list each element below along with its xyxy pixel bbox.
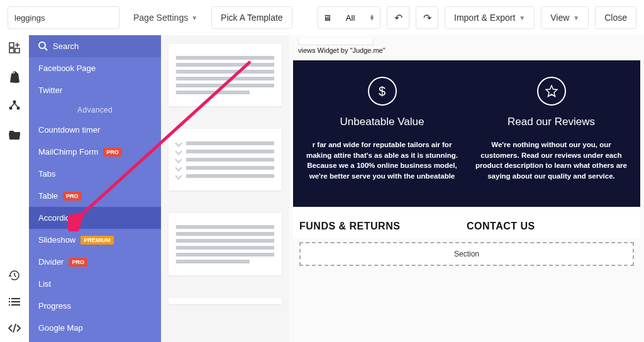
section-heading-refunds: FUNDS & RETURNS [299, 221, 467, 232]
placeholder-line [176, 239, 274, 243]
pick-template-button[interactable]: Pick A Template [211, 6, 292, 29]
placeholder-line [176, 260, 250, 263]
shopify-icon[interactable] [8, 70, 21, 83]
view-label: View [550, 13, 569, 23]
code-icon[interactable] [8, 322, 21, 334]
undo-button[interactable]: ↶ [387, 6, 409, 29]
redo-button[interactable]: ↷ [416, 6, 438, 29]
review-widget-label: views Widget by "Judge.me" [293, 45, 640, 60]
check-row [176, 149, 274, 154]
sidebar-item-slideshow[interactable]: Slideshow PREMIUM [29, 229, 161, 251]
sidebar-item-countdown[interactable]: Countdown timer [29, 119, 161, 141]
star-icon [537, 77, 566, 106]
placeholder-line [176, 56, 274, 60]
search-label: Search [53, 41, 79, 51]
redo-icon: ↷ [423, 12, 431, 24]
icon-rail [0, 35, 29, 342]
history-icon[interactable] [8, 269, 21, 282]
import-export-button[interactable]: Import & Export▼ [445, 6, 535, 29]
placeholder-line [176, 84, 274, 87]
device-selector[interactable]: 🖥 All ▲▼ [318, 6, 380, 29]
caret-down-icon: ▼ [191, 14, 197, 21]
sidebar-item-facebook[interactable]: Facebook Page [29, 57, 161, 79]
desktop-icon: 🖥 [323, 13, 331, 23]
sidebar-item-list[interactable]: List [29, 273, 161, 295]
sidebar-item-tabs[interactable]: Tabs [29, 163, 161, 185]
sidebar-item-table[interactable]: Table PRO [29, 185, 161, 207]
preview-card-partial[interactable] [169, 298, 282, 304]
sidebar-item-google-map[interactable]: Google Map [29, 317, 161, 339]
pro-badge: PRO [69, 258, 87, 267]
svg-rect-2 [15, 48, 19, 53]
view-button[interactable]: View▼ [541, 6, 589, 29]
add-section-icon[interactable] [8, 41, 21, 54]
hero-title-1: Unbeatable Value [304, 116, 460, 128]
sections-row: FUNDS & RETURNS CONTACT US [293, 207, 640, 238]
hero-text-2: We're nothing without our you, our custo… [474, 140, 629, 182]
dollar-icon: $ [368, 77, 397, 106]
placeholder-line [176, 91, 250, 94]
mailchimp-label: MailChimp Form [38, 147, 98, 157]
preview-column [161, 35, 289, 342]
canvas[interactable]: views Widget by "Judge.me" $ Unbeatable … [289, 35, 644, 342]
device-label: All [346, 13, 355, 23]
hero-section[interactable]: $ Unbeatable Value r far and wide for re… [293, 60, 640, 207]
sidebar-search[interactable]: Search [29, 35, 161, 57]
check-row [176, 165, 274, 170]
sidebar-section-advanced: Advanced [29, 101, 161, 119]
page-settings-button[interactable]: Page Settings▼ [126, 6, 205, 29]
placeholder-line [176, 70, 274, 74]
placeholder-line [176, 63, 274, 67]
premium-badge: PREMIUM [80, 236, 114, 245]
placeholder-line [176, 232, 274, 236]
sidebar-item-accordion[interactable]: Accordion [29, 207, 161, 229]
section-placeholder[interactable]: Section [299, 242, 634, 266]
hero-text-1: r far and wide for reputable tailors air… [304, 140, 460, 182]
search-icon [38, 41, 48, 51]
partial-box [298, 39, 374, 45]
svg-rect-1 [9, 48, 14, 53]
sidebar-item-progress[interactable]: Progress [29, 295, 161, 317]
main: Search Facebook Page Twitter Advanced Co… [0, 35, 644, 342]
preview-card-lines-2[interactable] [169, 213, 282, 275]
updown-icon: ▲▼ [369, 14, 375, 21]
divider-label: Divider [38, 257, 64, 267]
hero-col-value: $ Unbeatable Value r far and wide for re… [301, 77, 464, 182]
placeholder-line [176, 246, 274, 250]
page-settings-label: Page Settings [133, 13, 188, 23]
pro-badge: PRO [63, 192, 82, 201]
slideshow-label: Slideshow [38, 235, 75, 245]
section-heading-contact: CONTACT US [467, 221, 634, 232]
hero-col-reviews: Read our Reviews We're nothing without o… [470, 77, 633, 182]
share-icon[interactable] [8, 99, 21, 112]
placeholder-line [176, 253, 274, 256]
placeholder-line [176, 225, 274, 229]
page-title-input[interactable] [8, 6, 119, 29]
undo-icon: ↶ [394, 12, 402, 24]
list-icon[interactable] [8, 295, 21, 308]
sidebar-item-mailchimp[interactable]: MailChimp Form PRO [29, 141, 161, 163]
svg-rect-0 [9, 43, 14, 47]
caret-down-icon: ▼ [519, 14, 525, 21]
hero-title-2: Read our Reviews [474, 116, 629, 128]
rail-bottom [8, 269, 21, 342]
check-row [176, 141, 274, 146]
close-button[interactable]: Close [595, 6, 636, 29]
svg-point-6 [39, 42, 45, 48]
preview-card-checklist[interactable] [169, 129, 282, 190]
import-export-label: Import & Export [454, 13, 515, 23]
caret-down-icon: ▼ [573, 14, 579, 21]
component-sidebar: Search Facebook Page Twitter Advanced Co… [29, 35, 161, 342]
pro-badge: PRO [103, 148, 122, 157]
preview-card-lines[interactable] [169, 44, 282, 106]
check-row [176, 157, 274, 162]
sidebar-item-divider[interactable]: Divider PRO [29, 251, 161, 273]
sidebar-item-twitter[interactable]: Twitter [29, 79, 161, 101]
placeholder-line [176, 77, 274, 80]
folder-icon[interactable] [8, 128, 21, 141]
topbar: Page Settings▼ Pick A Template 🖥 All ▲▼ … [0, 0, 644, 35]
sidebar-item-custom-html[interactable]: Custom HTML PRO [29, 339, 161, 342]
svg-point-3 [13, 101, 16, 104]
table-label: Table [38, 191, 58, 201]
check-row [176, 174, 274, 179]
